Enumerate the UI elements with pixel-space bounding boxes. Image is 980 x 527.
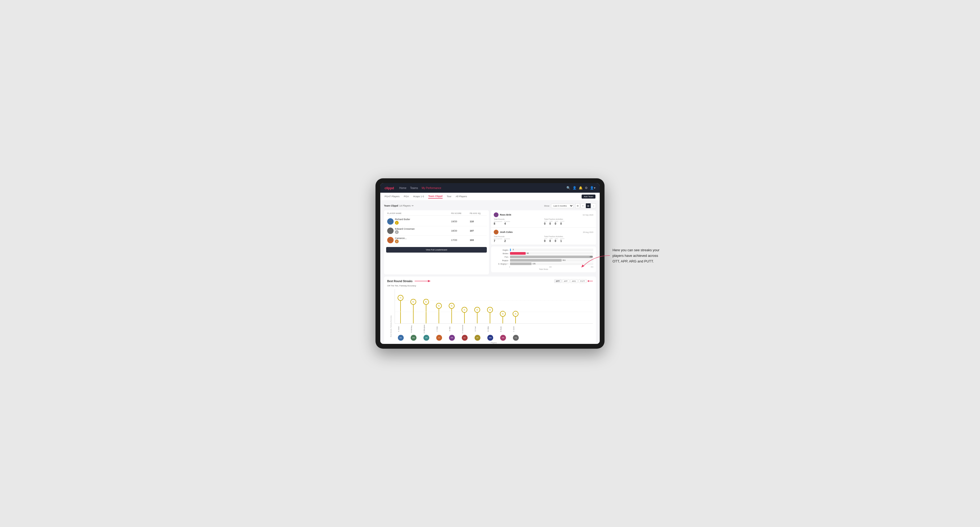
rounds-section: Total Rounds Tournament 8 Practice bbox=[494, 218, 543, 225]
ott-value: 0 bbox=[544, 222, 547, 225]
bar-value: 3 bbox=[513, 249, 514, 251]
tablet-shell: clippd Home Teams My Performance 🔍 👤 🔔 ⚙… bbox=[375, 178, 605, 349]
practice-activities-title: Total Practice Activities bbox=[544, 218, 593, 220]
metric-tab-putt[interactable]: PUTT bbox=[578, 279, 587, 283]
profile-icon[interactable]: 👤 bbox=[573, 186, 577, 190]
nav-items: Home Teams My Performance bbox=[399, 187, 561, 189]
bar-row-bogeys: Bogeys 311 bbox=[494, 259, 593, 262]
nav-my-performance[interactable]: My Performance bbox=[422, 187, 441, 189]
nav-teams[interactable]: Teams bbox=[410, 187, 418, 189]
practice-col: Practice 2 bbox=[504, 238, 510, 243]
annotation-text: Here you can see streaks your players ha… bbox=[612, 248, 666, 264]
streak-line bbox=[439, 309, 439, 323]
metric-tab-app[interactable]: APP bbox=[562, 279, 570, 283]
list-view-btn[interactable]: ≡ bbox=[581, 203, 585, 208]
streak-line bbox=[464, 313, 465, 323]
player-avatar: MM bbox=[487, 335, 493, 341]
player-name-label: E. Ebert bbox=[398, 324, 404, 334]
streak-line bbox=[490, 313, 490, 323]
chart-area: 7x 6x bbox=[395, 289, 593, 344]
time-period-select[interactable]: Last 3 months Last 6 months Last 12 mont… bbox=[551, 204, 574, 208]
streak-line bbox=[515, 317, 516, 323]
streak-col: 5x bbox=[449, 290, 455, 323]
tab-pga[interactable]: PGA bbox=[404, 195, 409, 198]
bar-fill bbox=[510, 262, 531, 265]
player-avatar: EE bbox=[398, 335, 404, 341]
player-info: EC Edward Crossman 2 bbox=[387, 227, 451, 234]
y-axis: Best Streak, Fairway Accuracy bbox=[387, 309, 395, 344]
player-avatar: RB bbox=[500, 335, 506, 341]
svg-marker-1 bbox=[428, 280, 431, 282]
svg-marker-4 bbox=[581, 265, 584, 268]
settings-icon[interactable]: ⚙ bbox=[585, 186, 588, 190]
metric-tab-arg[interactable]: ARG bbox=[570, 279, 578, 283]
practice-activities-section: Total Practice Activities OTT 0 APP bbox=[544, 218, 593, 225]
table-view-btn[interactable]: ↕ bbox=[591, 203, 596, 208]
player-avatar: EC bbox=[462, 335, 468, 341]
main-content: Team Clippd 14 Players ✏ Show Last 3 mon… bbox=[380, 201, 600, 344]
putt-value: 1 bbox=[560, 240, 565, 243]
streak-col: 3x bbox=[513, 290, 519, 323]
streak-line bbox=[426, 305, 426, 323]
svg-marker-3 bbox=[587, 280, 589, 282]
x-tick: 0 bbox=[509, 266, 510, 268]
y-axis-label: Best Streak, Fairway Accuracy bbox=[390, 316, 392, 337]
pb-score-header: PB Score bbox=[451, 213, 470, 214]
rounds-title: Total Rounds bbox=[494, 218, 543, 220]
table-row: CM Cameron... 3 17/20 103 bbox=[386, 236, 487, 245]
streak-line bbox=[477, 313, 477, 323]
tab-team-clippd[interactable]: Team Clippd bbox=[428, 195, 442, 198]
tab-tour[interactable]: Tour bbox=[447, 195, 452, 198]
streaks-title: Best Round Streaks bbox=[387, 280, 412, 283]
rounds-section: Total Rounds Tournament 7 Practice bbox=[494, 236, 543, 243]
player-name: Richard Butler bbox=[395, 218, 410, 221]
tournament-col: Tournament 7 bbox=[494, 238, 502, 243]
bar-value: 96 bbox=[527, 252, 529, 254]
stat-grid: Total Rounds Tournament 8 Practice bbox=[494, 218, 593, 225]
chart-subtitle: Off The Tee, Fairway Accuracy bbox=[387, 284, 593, 287]
arg-col: ARG 0 bbox=[555, 238, 558, 243]
tournament-value: 7 bbox=[494, 240, 502, 243]
app-value: 0 bbox=[549, 240, 552, 243]
x-axis-label: Total Shots bbox=[494, 268, 593, 270]
bar-label-eagles: Eagles bbox=[494, 249, 508, 251]
rank-badge: 1 bbox=[395, 221, 399, 225]
notification-icon[interactable]: 🔔 bbox=[579, 186, 583, 190]
pb-score: 19/20 bbox=[451, 220, 470, 223]
add-team-button[interactable]: Add Team bbox=[582, 195, 595, 198]
streak-bubble: 6x bbox=[423, 299, 429, 305]
app-col: APP 0 bbox=[549, 221, 552, 225]
pb-avg: 103 bbox=[470, 239, 486, 241]
bar-track: 3 bbox=[510, 249, 593, 251]
annotation-arrow bbox=[581, 253, 612, 269]
streak-col: 4x bbox=[461, 290, 467, 323]
logo: clippd bbox=[385, 186, 394, 190]
tab-pgat[interactable]: PGAT Players bbox=[385, 195, 399, 198]
search-icon[interactable]: 🔍 bbox=[566, 186, 570, 190]
player-name-label: J. Coles bbox=[436, 324, 442, 334]
pa-values: OTT 0 APP 0 ARG bbox=[544, 238, 593, 243]
streak-col: 3x bbox=[500, 290, 506, 323]
card-view-btn[interactable]: ▤ bbox=[586, 203, 591, 208]
view-leaderboard-button[interactable]: View Full Leaderboard bbox=[386, 247, 487, 252]
metric-tab-ott[interactable]: OTT bbox=[554, 279, 562, 283]
player-sm-name: Rees Britt bbox=[500, 213, 511, 216]
edit-icon[interactable]: ✏ bbox=[412, 205, 414, 207]
user-menu-icon[interactable]: 👤▾ bbox=[590, 186, 595, 190]
nav-home[interactable]: Home bbox=[399, 187, 406, 189]
player-avatar: DF bbox=[474, 335, 480, 341]
bar-row-dbogeys: D. Bogeys + 131 bbox=[494, 262, 593, 265]
grid-view-btn[interactable]: ⊞ bbox=[575, 203, 580, 208]
rank-badge: 2 bbox=[395, 230, 399, 234]
tab-all-players[interactable]: All Players bbox=[456, 195, 467, 198]
two-col-layout: Player Name PB Score PB Avg SQ RB Richar… bbox=[384, 210, 596, 275]
tab-hcaps[interactable]: Hcaps 1-5 bbox=[413, 195, 424, 198]
avatar: CM bbox=[387, 237, 394, 243]
practice-activities-title: Total Practice Activities bbox=[544, 236, 593, 237]
streaks-section: Best Round Streaks OTT APP ARG PUTT bbox=[384, 276, 596, 344]
streak-bubble: 3x bbox=[513, 311, 519, 317]
bar-fill bbox=[510, 259, 562, 262]
stat-card-header: RB Rees Britt 02 Sep 2023 bbox=[494, 213, 593, 217]
player-name-header: Player Name bbox=[387, 213, 451, 214]
player-sm-avatar: RB bbox=[494, 213, 498, 217]
